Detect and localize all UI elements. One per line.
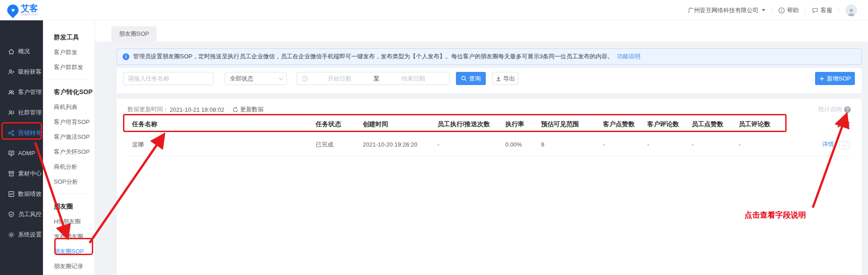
- submenu-item-activation-sop[interactable]: 客户激活SOP: [43, 129, 95, 144]
- update-time-value: 2021-10-21 18:08:02: [170, 106, 224, 113]
- feature-help-link[interactable]: 功能说明: [617, 52, 640, 61]
- cell-task-status: 已完成: [311, 141, 358, 149]
- table-row: 逗哪 已完成 2021-10-20 19:26:20 - 0.00% 9 - -…: [128, 133, 851, 156]
- divider: [49, 79, 88, 80]
- person-icon: [847, 7, 856, 16]
- app-name: 艾客: [21, 4, 38, 13]
- end-date-placeholder: 结束日期: [382, 75, 445, 83]
- help-label: 帮助: [787, 6, 799, 14]
- cell-customer-comments: -: [643, 141, 687, 148]
- refresh-icon: [232, 107, 238, 113]
- share-nodes-icon: [8, 129, 15, 137]
- stats-label: 统计说明: [818, 105, 842, 114]
- main-content: 朋友圈SOP i 管理员设置朋友圈SOP，定时推送至执行员工企业微信，员工在企业…: [95, 20, 868, 275]
- top-header: ♥ 艾客 aiagain.com 广州壹豆网络科技有限公司 帮助 客服: [0, 0, 868, 20]
- search-button[interactable]: 查询: [456, 72, 486, 85]
- sidebar-item-staff-risk-control[interactable]: 员工风控: [0, 204, 43, 224]
- home-icon: [8, 48, 15, 55]
- sidebar-item-admp[interactable]: ADMP: [0, 143, 43, 163]
- submenu-item-moments-sop[interactable]: 朋友圈SOP: [43, 244, 95, 259]
- sidebar-item-community-management[interactable]: 社群管理: [0, 102, 43, 123]
- submenu-item-group-mass-send[interactable]: 客户群群发: [43, 60, 95, 75]
- logo-pin-icon: ♥: [5, 2, 21, 18]
- more-actions-button[interactable]: ...: [839, 141, 850, 149]
- monitor-icon: [8, 150, 15, 157]
- submenu-item-sop-analysis[interactable]: SOP分析: [43, 174, 95, 189]
- banner-text: 管理员设置朋友圈SOP，定时推送至执行员工企业微信，员工在企业微信手机端即可一键…: [133, 52, 613, 61]
- chevron-down-icon: [762, 9, 765, 11]
- gear-icon: [8, 231, 15, 238]
- plus-icon: [819, 76, 825, 81]
- search-icon: [461, 76, 467, 81]
- detail-link[interactable]: 详情: [822, 141, 834, 147]
- submenu-item-h5-moments[interactable]: H5 朋友圈: [43, 214, 95, 229]
- col-header-staff-likes: 员工点赞数: [687, 120, 734, 128]
- col-header-staff-comments: 员工评论数: [734, 120, 781, 128]
- sidebar-item-acquisition[interactable]: 吸粉获客: [0, 62, 43, 82]
- sidebar-item-overview[interactable]: 概况: [0, 41, 43, 62]
- status-select[interactable]: 全部状态: [225, 72, 287, 85]
- divider: [772, 7, 772, 14]
- col-header-actions: 操作: [781, 120, 851, 128]
- sidebar-item-system-settings[interactable]: 系统设置: [0, 224, 43, 245]
- submenu-group-conversion-sop: 客户转化SOP: [43, 84, 95, 100]
- tab-moments-sop[interactable]: 朋友圈SOP: [111, 26, 157, 42]
- cell-staff-comments: -: [734, 141, 781, 148]
- user-avatar[interactable]: [845, 5, 857, 16]
- divider: [49, 194, 88, 194]
- info-banner: i 管理员设置朋友圈SOP，定时推送至执行员工企业微信，员工在企业微信手机端即可…: [117, 48, 862, 65]
- col-header-estimated-reach: 预估可见范围: [536, 120, 598, 128]
- company-name: 广州壹豆网络科技有限公司: [688, 6, 759, 14]
- date-range-picker[interactable]: 开始日期 至 结束日期: [297, 72, 450, 85]
- export-button[interactable]: 导出: [492, 72, 518, 85]
- download-icon: [496, 76, 501, 81]
- stats-help-button[interactable]: 统计说明 ?: [818, 105, 851, 114]
- clock-icon: [302, 76, 308, 82]
- col-header-created-time: 创建时间: [358, 120, 433, 128]
- question-mark-icon: ?: [844, 106, 851, 113]
- help-button[interactable]: 帮助: [778, 6, 799, 14]
- archive-box-icon: [8, 170, 15, 177]
- sidebar-item-material-center[interactable]: 素材中心: [0, 163, 43, 184]
- col-header-task-name: 任务名称: [128, 120, 311, 128]
- col-header-push-count: 员工执行/推送次数: [433, 120, 501, 128]
- submenu-item-customer-mass-send[interactable]: 客户群发: [43, 45, 95, 60]
- sidebar-item-customer-management[interactable]: 客户管理: [0, 82, 43, 102]
- submenu-group-mass-send: 群发工具: [43, 29, 95, 45]
- submenu-item-opportunity-list[interactable]: 商机列表: [43, 100, 95, 114]
- line-chart-icon: [8, 190, 15, 198]
- customer-service-button[interactable]: 客服: [812, 6, 832, 14]
- cell-execution-rate: 0.00%: [501, 141, 536, 148]
- secondary-sidebar: 群发工具 客户群发 客户群群发 客户转化SOP 商机列表 客户培育SOP 客户激…: [43, 20, 95, 275]
- submenu-item-publish-moments[interactable]: 发布朋友圈: [43, 229, 95, 244]
- submenu-item-care-sop[interactable]: 客户关怀SOP: [43, 144, 95, 159]
- user-plus-icon: [8, 68, 15, 76]
- cell-task-name: 逗哪: [128, 141, 311, 149]
- tab-bar: 朋友圈SOP: [95, 20, 868, 42]
- user-group-icon: [8, 109, 15, 116]
- filter-panel: 全部状态 开始日期 至 结束日期 查询 导出 新增SOP: [117, 68, 862, 93]
- cell-created-time: 2021-10-20 19:26:20: [358, 141, 433, 148]
- divider: [839, 7, 839, 14]
- submenu-item-nurture-sop[interactable]: 客户培育SOP: [43, 114, 95, 129]
- submenu-item-opportunity-analysis[interactable]: 商机分析: [43, 159, 95, 174]
- submenu-group-moments: 朋友圈: [43, 199, 95, 214]
- cell-push-count: -: [433, 141, 501, 148]
- company-switcher[interactable]: 广州壹豆网络科技有限公司: [688, 6, 765, 14]
- date-range-to-label: 至: [371, 75, 382, 83]
- table-header-row: 任务名称 任务状态 创建时间 员工执行/推送次数 执行率 预估可见范围 客户点赞…: [128, 116, 851, 133]
- add-sop-button[interactable]: 新增SOP: [815, 72, 855, 85]
- info-circle-icon: [778, 7, 785, 14]
- col-header-task-status: 任务状态: [311, 120, 358, 128]
- task-name-input[interactable]: [123, 72, 213, 85]
- sidebar-item-marketing-conversion[interactable]: 营销转化: [0, 123, 43, 143]
- app-logo[interactable]: ♥ 艾客 aiagain.com: [7, 4, 38, 16]
- chevron-down-icon: [279, 76, 283, 80]
- sidebar-item-data-performance[interactable]: 数据绩效: [0, 184, 43, 204]
- start-date-placeholder: 开始日期: [308, 75, 371, 83]
- app-domain: aiagain.com: [21, 13, 38, 16]
- refresh-data-button[interactable]: 更新数据: [232, 105, 264, 114]
- table-meta-row: 数据更新时间： 2021-10-21 18:08:02 更新数据 统计说明 ?: [128, 105, 851, 114]
- submenu-item-moments-records[interactable]: 朋友圈记录: [43, 259, 95, 274]
- status-select-value: 全部状态: [230, 75, 253, 83]
